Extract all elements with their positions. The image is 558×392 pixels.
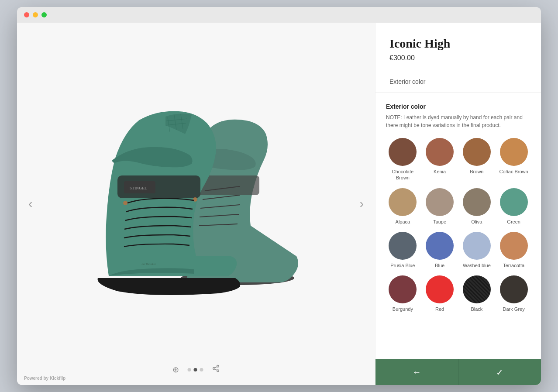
action-bar: ← ✓ [375, 359, 541, 385]
product-header: Iconic High €300.00 [375, 23, 541, 71]
color-name: Black [471, 306, 482, 312]
app-content: ‹ [17, 23, 541, 385]
share-icon[interactable] [212, 364, 220, 375]
svg-text:STINGEL: STINGEL [130, 186, 147, 190]
color-item[interactable]: Chocolate Brown [386, 138, 420, 181]
color-swatch [389, 138, 417, 166]
color-swatch [426, 232, 454, 260]
config-label-bar: Exterior color [375, 71, 541, 93]
powered-by: Powered by Kickflip [24, 376, 65, 381]
color-name: Prusia Blue [390, 262, 415, 268]
svg-point-20 [217, 370, 219, 372]
browser-window: ‹ [17, 7, 541, 385]
color-swatch [389, 275, 417, 303]
product-image: STINGEL [48, 69, 344, 339]
color-swatch [500, 275, 528, 303]
color-name: Kenia [434, 168, 446, 175]
color-item[interactable]: Alpaca [386, 188, 420, 225]
product-info-panel: Iconic High €300.00 Exterior color Exter… [375, 23, 541, 385]
color-item[interactable]: Green [497, 188, 530, 225]
color-swatch [500, 138, 528, 166]
back-button[interactable]: ← [375, 359, 458, 385]
svg-text:STINGEL: STINGEL [141, 262, 156, 266]
color-item[interactable]: Terracotta [497, 232, 530, 268]
image-controls: ⊕ [172, 364, 220, 375]
confirm-button[interactable]: ✓ [458, 359, 541, 385]
color-item[interactable]: Prusia Blue [386, 232, 420, 268]
color-swatch [463, 275, 491, 303]
color-swatch [500, 188, 528, 216]
color-item[interactable]: Dark Grey [497, 275, 530, 312]
color-name: Dark Grey [503, 306, 525, 312]
zoom-icon[interactable]: ⊕ [172, 365, 179, 375]
color-swatch [463, 138, 491, 166]
color-item[interactable]: Burgundy [386, 275, 420, 312]
product-image-panel: ‹ [17, 23, 375, 385]
boot-illustration: STINGEL [48, 69, 344, 339]
color-grid: Chocolate BrownKeniaBrownCoñac BrownAlpa… [386, 138, 530, 312]
color-item[interactable]: Black [460, 275, 494, 312]
color-name: Chocolate Brown [386, 168, 420, 181]
color-name: Coñac Brown [499, 168, 528, 175]
dot-2[interactable] [194, 368, 197, 371]
color-swatch [389, 232, 417, 260]
color-item[interactable]: Kenia [423, 138, 457, 181]
color-name: Taupe [433, 219, 446, 225]
browser-chrome [17, 7, 541, 23]
color-picker-title: Exterior color [386, 103, 530, 110]
color-swatch [500, 232, 528, 260]
color-name: Green [507, 219, 520, 225]
config-label-text: Exterior color [389, 78, 425, 85]
color-name: Alpaca [396, 219, 410, 225]
color-item[interactable]: Oliva [460, 188, 494, 225]
color-item[interactable]: Washed blue [460, 232, 494, 268]
color-swatch [426, 275, 454, 303]
color-item[interactable]: Red [423, 275, 457, 312]
fullscreen-button-icon[interactable] [41, 12, 47, 17]
color-name: Red [435, 306, 444, 312]
color-item[interactable]: Coñac Brown [497, 138, 530, 181]
color-item[interactable]: Taupe [423, 188, 457, 225]
color-item[interactable]: Brown [460, 138, 494, 181]
minimize-button-icon[interactable] [33, 12, 38, 17]
color-swatch [463, 232, 491, 260]
color-name: Oliva [471, 219, 482, 225]
dot-3[interactable] [200, 368, 203, 371]
color-name: Washed blue [463, 262, 491, 268]
image-dots [188, 368, 203, 371]
color-name: Brown [470, 168, 483, 175]
svg-point-10 [123, 201, 127, 205]
svg-line-22 [215, 367, 217, 368]
prev-image-button[interactable]: ‹ [24, 193, 37, 215]
dot-1[interactable] [188, 368, 191, 371]
color-swatch [426, 138, 454, 166]
color-picker-panel: Exterior color NOTE: Leather is dyed man… [375, 93, 541, 359]
svg-point-18 [217, 365, 219, 368]
next-image-button[interactable]: › [355, 193, 368, 215]
color-swatch [389, 188, 417, 216]
color-name: Burgundy [393, 306, 413, 312]
color-picker-note: NOTE: Leather is dyed manually by hand f… [386, 113, 530, 129]
color-name: Terracotta [503, 262, 524, 268]
svg-point-11 [193, 197, 197, 202]
svg-line-21 [215, 369, 217, 370]
color-swatch [463, 188, 491, 216]
close-button-icon[interactable] [24, 12, 29, 17]
color-swatch [426, 188, 454, 216]
svg-point-19 [213, 368, 215, 370]
product-price: €300.00 [389, 54, 527, 62]
product-title: Iconic High [389, 37, 527, 51]
color-name: Blue [435, 262, 444, 268]
color-item[interactable]: Blue [423, 232, 457, 268]
